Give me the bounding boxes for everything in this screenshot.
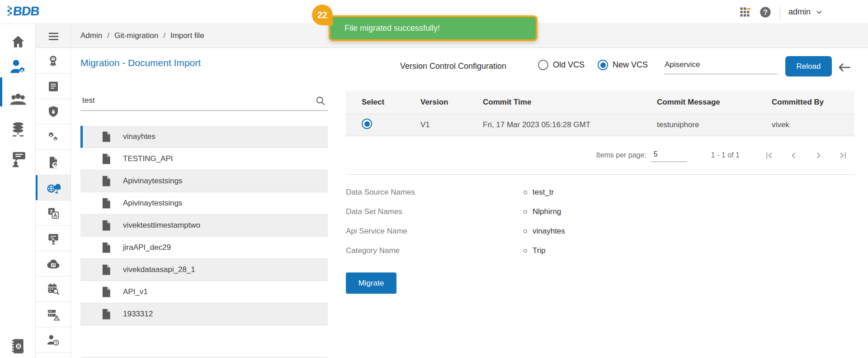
sidebar-item-file-settings[interactable] [36, 150, 71, 175]
file-row[interactable]: Apivinaytestsings [80, 192, 328, 215]
user-groups-icon [9, 90, 28, 109]
certificate-icon [47, 232, 60, 245]
sidebar-item-translate[interactable] [36, 200, 71, 226]
search-input[interactable] [80, 92, 328, 111]
sidebar-item-settings[interactable] [36, 124, 71, 150]
radio-new-vcs[interactable]: New VCS [598, 60, 648, 70]
detail-label: Api Service Name [346, 227, 524, 236]
header-divider [780, 5, 780, 19]
breadcrumb-import-file[interactable]: Import file [170, 31, 204, 40]
col-version: Version [405, 98, 467, 107]
detail-label: Data Source Names [346, 188, 524, 197]
col-commit-message: Commit Message [641, 98, 756, 107]
back-arrow-icon[interactable] [837, 60, 852, 75]
breadcrumb-git-migration[interactable]: Git-migration [114, 31, 158, 40]
user-name: admin [788, 7, 811, 17]
file-icon [100, 220, 112, 231]
file-row[interactable]: vivekdataasapi_28_1 [80, 259, 328, 281]
file-row[interactable]: vinayhtes [80, 126, 328, 148]
breadcrumb-separator: / [163, 31, 165, 40]
file-name: 1933312 [123, 310, 153, 319]
first-page-icon[interactable] [764, 150, 774, 161]
sidebar-item-user-settings[interactable] [0, 56, 36, 77]
page-title: Migration - Document Import [80, 57, 201, 68]
pagination-controls [764, 150, 849, 161]
help-icon[interactable] [759, 6, 772, 19]
cell-version: V1 [405, 120, 467, 129]
top-right-controls: admin [739, 0, 824, 24]
search-icon[interactable] [315, 95, 326, 106]
sidebar-item-board[interactable] [0, 148, 36, 170]
bdb-logo[interactable]: BDB [7, 4, 39, 19]
service-name-input[interactable] [664, 57, 778, 74]
file-name: jiraAPI_dec29 [123, 243, 171, 252]
primary-sidebar [0, 24, 36, 358]
hamburger-menu-icon[interactable] [42, 29, 65, 43]
file-name: vivekdataasapi_28_1 [123, 265, 195, 274]
radio-new-vcs-circle[interactable] [598, 60, 608, 70]
file-icon [100, 286, 112, 298]
sidebar-item-security[interactable] [36, 99, 71, 124]
file-name: API_v1 [123, 287, 148, 296]
sidebar-item-home[interactable] [0, 31, 36, 53]
sidebar-item-award[interactable] [36, 48, 71, 74]
file-icon [100, 175, 112, 187]
file-row[interactable]: 1933312 [80, 303, 328, 325]
items-per-page-select[interactable]: 5 [651, 148, 687, 162]
table-paginator: Items per page: 5 1 - 1 of 1 [346, 136, 854, 175]
migrate-button[interactable]: Migrate [346, 272, 396, 294]
items-per-page-label: Items per page: [596, 151, 646, 159]
user-menu[interactable]: admin [788, 7, 824, 17]
col-committed-by: Committed By [756, 98, 854, 107]
file-row[interactable]: TESTING_API [80, 148, 328, 170]
file-icon [100, 153, 112, 165]
award-icon [46, 54, 60, 68]
user-settings-icon [9, 57, 27, 76]
radio-old-vcs[interactable]: Old VCS [538, 60, 585, 70]
sidebar-item-billing[interactable] [36, 74, 71, 99]
success-toast: 22 File migrated successfully! [329, 15, 538, 41]
cell-commit-message: testuniphore [641, 120, 756, 129]
col-select: Select [346, 98, 405, 107]
sidebar-item-data-center[interactable] [0, 119, 36, 140]
file-row[interactable]: vivektesttimestamptwo [80, 215, 328, 237]
bullet-icon [524, 191, 527, 194]
gears-icon [46, 130, 60, 144]
sidebar-item-user-groups[interactable] [0, 89, 36, 110]
sidebar-item-server-alerts[interactable] [36, 302, 71, 327]
sidebar-item-git-migration[interactable] [36, 175, 71, 200]
data-center-icon [9, 121, 27, 138]
previous-page-icon[interactable] [788, 150, 799, 161]
home-icon [10, 34, 26, 49]
sidebar-item-certificate[interactable] [36, 226, 71, 251]
vcs-config-label: Version Control Configuration [400, 62, 506, 71]
shield-lock-icon [47, 105, 60, 119]
sidebar-item-user-activity[interactable] [36, 327, 71, 353]
next-page-icon[interactable] [813, 150, 824, 161]
detail-value: vinayhtes [533, 227, 565, 236]
breadcrumb-admin[interactable]: Admin [80, 31, 102, 40]
logo-text: BDB [12, 4, 40, 19]
file-row[interactable]: API_v1 [80, 281, 328, 303]
file-icon [100, 308, 112, 320]
file-row[interactable]: Apivinaytestsings [80, 170, 328, 192]
sidebar-item-schedule-search[interactable] [36, 277, 71, 302]
table-row[interactable]: V1 Fri, 17 Mar 2023 05:16:28 GMT testuni… [346, 114, 854, 136]
last-page-icon[interactable] [838, 150, 849, 161]
bullet-icon [524, 210, 527, 214]
reload-button[interactable]: Reload [785, 56, 832, 76]
detail-row: Category Name Trip [346, 241, 717, 260]
file-row[interactable]: jiraAPI_dec29 [80, 237, 328, 259]
file-settings-icon [47, 156, 60, 169]
radio-old-vcs-circle[interactable] [538, 60, 548, 70]
board-person-icon [9, 150, 27, 168]
apps-grid-icon[interactable] [739, 6, 751, 18]
step-badge: 22 [312, 5, 333, 25]
sidebar-item-cloud-sync[interactable] [36, 251, 71, 277]
detail-value: Nlphirng [533, 207, 561, 216]
file-icon [100, 264, 112, 276]
row-select-radio[interactable] [362, 119, 372, 129]
sidebar-item-audit-search[interactable] [0, 335, 36, 357]
file-name: Apivinaytestsings [123, 177, 182, 186]
file-icon [100, 131, 112, 143]
